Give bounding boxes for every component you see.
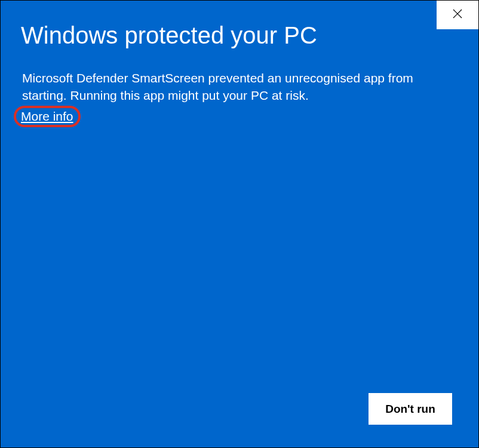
dont-run-button[interactable]: Don't run: [369, 393, 452, 425]
close-icon: [453, 9, 462, 21]
dialog-title: Windows protected your PC: [1, 1, 478, 49]
dialog-message: Microsoft Defender SmartScreen prevented…: [1, 49, 478, 105]
more-info-container: More info: [16, 108, 78, 125]
close-button[interactable]: [437, 1, 478, 29]
more-info-link[interactable]: More info: [16, 108, 78, 125]
